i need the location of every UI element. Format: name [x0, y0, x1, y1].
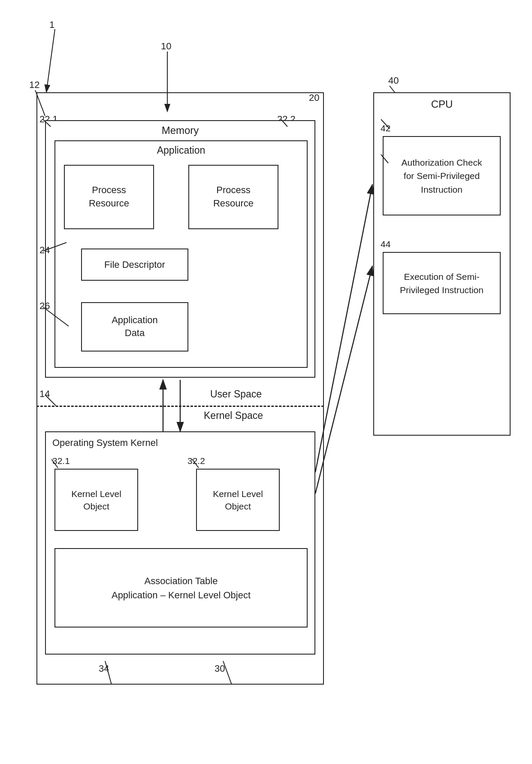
os-kernel-label: Operating System Kernel [52, 437, 158, 449]
kernel-level-obj-2-label: Kernel LevelObject [197, 487, 279, 512]
kernel-level-obj-2-box: Kernel LevelObject [196, 469, 280, 531]
association-table-box: Association TableApplication – Kernel Le… [54, 548, 308, 628]
user-space-label: User Space [210, 388, 262, 400]
file-descriptor-label: File Descriptor [82, 259, 187, 270]
label-42: 42 [381, 123, 390, 133]
memory-label: Memory [162, 124, 199, 136]
execution-box: Execution of Semi-Privileged Instruction [383, 252, 501, 314]
execution-label: Execution of Semi-Privileged Instruction [384, 270, 500, 297]
diagram: 1 10 12 40 20 22.1 22.2 Memory Applicati… [0, 0, 532, 764]
label-1: 1 [49, 19, 54, 30]
memory-box: Memory Application ProcessResource Proce… [45, 120, 315, 378]
kernel-level-obj-1-label: Kernel LevelObject [55, 487, 137, 512]
arrow-40 [390, 86, 395, 92]
file-descriptor-box: File Descriptor [81, 249, 188, 281]
label-40: 40 [388, 75, 399, 86]
arrow-fig-1 [46, 29, 55, 92]
dashed-separator [36, 406, 324, 407]
process-resource-2-box: ProcessResource [188, 165, 278, 229]
label-32-2: 32.2 [187, 456, 205, 466]
label-30: 30 [215, 663, 225, 674]
label-34: 34 [99, 663, 109, 674]
process-resource-2-label: ProcessResource [189, 184, 278, 210]
application-data-label: ApplicationData [82, 314, 187, 340]
application-box: Application ProcessResource ProcessResou… [54, 140, 308, 368]
label-12: 12 [29, 79, 39, 91]
label-14: 14 [39, 388, 50, 400]
label-32-1: 32.1 [52, 456, 70, 466]
application-data-box: ApplicationData [81, 302, 188, 352]
association-table-label: Association TableApplication – Kernel Le… [55, 574, 307, 602]
os-kernel-box: Operating System Kernel 32.1 32.2 Kernel… [45, 431, 315, 655]
label-44: 44 [381, 239, 390, 249]
auth-check-box: Authorization Checkfor Semi-PrivilegedIn… [383, 136, 501, 215]
label-24: 24 [39, 245, 50, 256]
process-resource-1-label: ProcessResource [65, 184, 153, 210]
cpu-label: CPU [431, 98, 453, 110]
kernel-space-label: Kernel Space [204, 410, 263, 421]
auth-check-label: Authorization Checkfor Semi-PrivilegedIn… [384, 155, 500, 196]
label-10: 10 [161, 41, 171, 52]
kernel-level-obj-1-box: Kernel LevelObject [54, 469, 138, 531]
cpu-box: CPU 42 Authorization Checkfor Semi-Privi… [373, 92, 511, 436]
label-26: 26 [39, 300, 50, 312]
application-label: Application [157, 145, 206, 156]
label-20: 20 [309, 92, 319, 103]
process-resource-1-box: ProcessResource [64, 165, 154, 229]
